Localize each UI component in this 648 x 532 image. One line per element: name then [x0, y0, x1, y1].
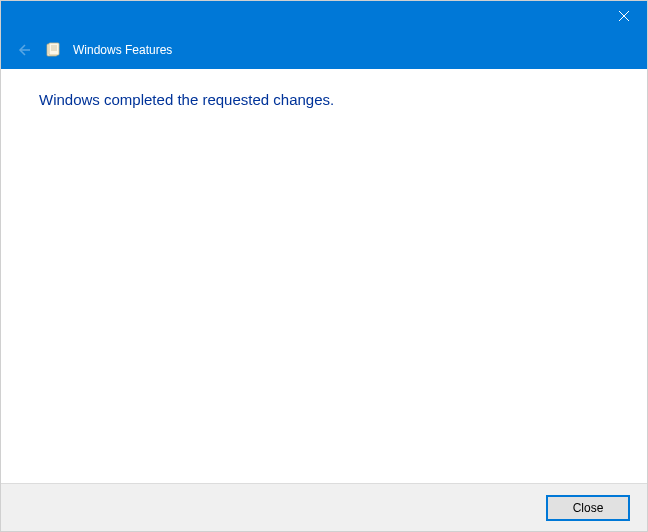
page-title: Windows Features	[73, 43, 172, 57]
windows-features-icon	[45, 42, 61, 58]
header: Windows Features	[1, 31, 647, 69]
content-area: Windows completed the requested changes.	[1, 69, 647, 483]
back-button	[15, 41, 33, 59]
back-arrow-icon	[16, 42, 32, 58]
footer: Close	[1, 483, 647, 531]
close-button[interactable]: Close	[547, 496, 629, 520]
status-message: Windows completed the requested changes.	[39, 91, 609, 108]
window-close-button[interactable]	[601, 1, 647, 31]
titlebar	[1, 1, 647, 31]
close-icon	[619, 11, 629, 21]
svg-rect-4	[49, 43, 59, 55]
